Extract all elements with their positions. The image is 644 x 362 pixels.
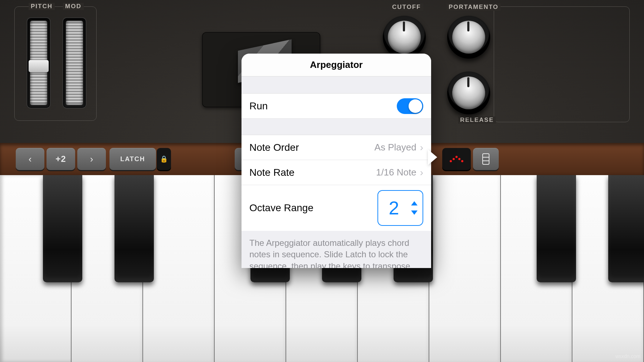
octave-range-value: 2: [383, 197, 405, 219]
stepper-up-icon[interactable]: [411, 201, 418, 205]
note-rate-row[interactable]: Note Rate 1/16 Note ›: [241, 160, 431, 185]
svg-point-4: [461, 160, 463, 162]
stepper-down-icon[interactable]: [411, 210, 418, 215]
octave-up-button[interactable]: ›: [77, 148, 106, 170]
run-row: Run: [241, 94, 431, 119]
black-key[interactable]: [114, 175, 154, 282]
popup-description: The Arpeggiator automatically plays chor…: [241, 231, 431, 268]
chevron-right-icon: ›: [420, 167, 423, 178]
cutoff-knob[interactable]: [383, 16, 426, 59]
arpeggiator-button[interactable]: [442, 148, 471, 170]
watermark: wsxdn.com: [615, 353, 640, 359]
chevron-right-icon: ›: [90, 154, 93, 165]
octave-range-stepper[interactable]: 2: [377, 190, 423, 226]
octave-range-label: Octave Range: [249, 202, 313, 214]
lock-icon: 🔒: [160, 155, 168, 163]
note-order-row[interactable]: Note Order As Played ›: [241, 135, 431, 160]
release-label: RELEASE: [458, 116, 496, 124]
run-label: Run: [249, 100, 268, 112]
octave-offset-display[interactable]: +2: [47, 148, 75, 170]
black-key[interactable]: [608, 175, 644, 282]
cutoff-label: CUTOFF: [390, 4, 423, 11]
svg-point-0: [450, 160, 452, 162]
note-order-value: As Played: [375, 142, 416, 153]
svg-point-2: [455, 156, 458, 158]
black-key[interactable]: [43, 175, 82, 282]
portamento-label: PORTAMENTO: [447, 4, 501, 11]
popup-title: Arpeggiator: [241, 54, 431, 76]
note-rate-value: 1/16 Note: [376, 167, 416, 178]
chevron-right-icon: ›: [420, 142, 423, 153]
chevron-left-icon: ‹: [29, 154, 32, 165]
pitch-label: PITCH: [29, 3, 55, 10]
keyboard-layout-icon: [482, 153, 490, 165]
octave-down-button[interactable]: ‹: [16, 148, 44, 170]
release-knob[interactable]: [447, 71, 490, 114]
mod-label: MOD: [63, 3, 84, 10]
arpeggiator-popup: Arpeggiator Run Note Order As Played › N…: [241, 54, 431, 268]
svg-rect-5: [483, 154, 489, 164]
note-rate-label: Note Rate: [249, 167, 294, 178]
octave-offset-value: +2: [55, 154, 66, 164]
knobs-frame: [494, 6, 630, 122]
white-key[interactable]: [429, 175, 501, 362]
popup-section-gap: [241, 119, 431, 135]
mod-wheel[interactable]: [64, 19, 85, 107]
latch-button[interactable]: LATCH: [109, 148, 156, 170]
note-order-label: Note Order: [249, 142, 299, 153]
latch-label: LATCH: [120, 155, 145, 163]
popup-arrow-icon: [428, 149, 437, 165]
keyboard-layout-button[interactable]: [473, 148, 499, 170]
white-key[interactable]: [143, 175, 215, 362]
portamento-knob[interactable]: [447, 16, 490, 59]
run-toggle[interactable]: [397, 98, 423, 114]
svg-point-1: [453, 158, 455, 160]
svg-point-3: [458, 158, 460, 160]
pitch-wheel[interactable]: [28, 19, 49, 107]
lock-button[interactable]: 🔒: [157, 148, 171, 170]
popup-section-gap: [241, 76, 431, 94]
octave-range-row: Octave Range 2: [241, 185, 431, 231]
black-key[interactable]: [537, 175, 576, 282]
arpeggiator-icon: [449, 155, 464, 163]
